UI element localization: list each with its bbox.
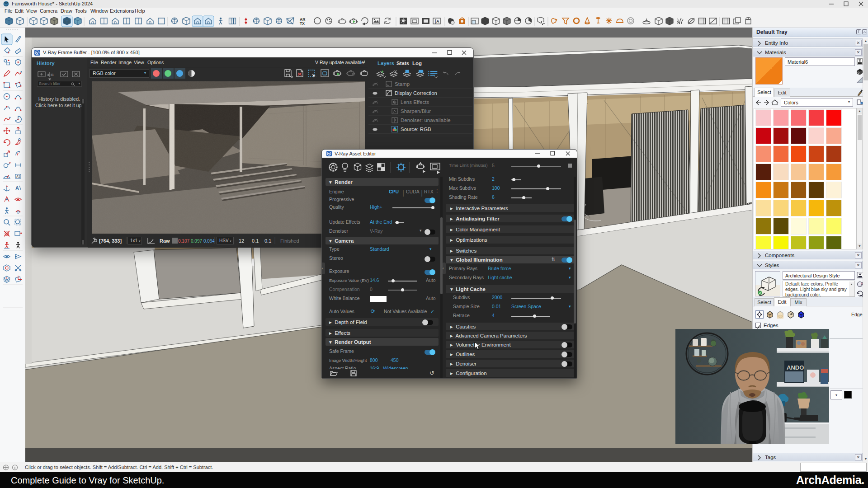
svg-text:B: B	[52, 73, 54, 76]
svg-text:TX: TX	[300, 21, 305, 26]
svg-text:A: A	[47, 73, 49, 76]
svg-text:A: A	[15, 185, 19, 191]
svg-text:[A: [A	[435, 19, 439, 23]
svg-text:A1: A1	[16, 175, 20, 178]
svg-text:ANDO: ANDO	[787, 364, 804, 371]
